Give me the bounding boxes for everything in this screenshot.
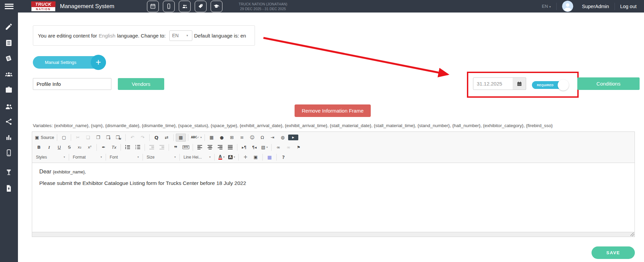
toolbar-copy-formatting-button[interactable]: ✒ bbox=[99, 143, 108, 151]
save-button[interactable]: SAVE bbox=[592, 246, 635, 259]
date-picker-button[interactable] bbox=[513, 77, 526, 90]
sidebar-item-edit[interactable] bbox=[5, 23, 13, 31]
toolbar-remove-format-button[interactable]: Tx bbox=[109, 143, 119, 151]
toolbar-align-left-button[interactable] bbox=[195, 143, 205, 151]
toolbar-bidi-ltr-button[interactable]: ▸¶ bbox=[239, 143, 249, 151]
user-menu[interactable]: SuperAdmin bbox=[582, 4, 609, 9]
editor-resize-handle[interactable] bbox=[630, 233, 634, 236]
pencil-icon bbox=[5, 23, 13, 31]
toolbar-youtube-button[interactable]: ▶ bbox=[288, 135, 298, 140]
sidebar-item-upload[interactable] bbox=[5, 184, 13, 192]
toolbar-bullet-list-button[interactable] bbox=[133, 143, 143, 151]
toolbar-table-button[interactable]: ⊞ bbox=[227, 134, 237, 142]
toolbar-maximize-button[interactable]: ✛ bbox=[241, 153, 250, 161]
toolbar-flash-button[interactable]: ● bbox=[217, 134, 227, 142]
toolbar-cut-button[interactable]: ✂ bbox=[73, 134, 83, 142]
toolbar-replace-button[interactable]: ⇄ bbox=[162, 134, 171, 142]
toolbar-bidi-rtl-button[interactable]: ¶◂ bbox=[250, 143, 259, 151]
toolbar-about-button[interactable]: ? bbox=[279, 153, 288, 161]
tag-nav-button[interactable] bbox=[195, 1, 207, 12]
sidebar-item-stand[interactable] bbox=[5, 168, 13, 176]
avatar[interactable] bbox=[562, 1, 573, 12]
toolbar-new-page-button[interactable]: ▢ bbox=[59, 134, 69, 142]
mobile-icon bbox=[166, 3, 172, 9]
toolbar-font-select[interactable]: Font▾ bbox=[108, 153, 141, 161]
toolbar-align-justify-button[interactable] bbox=[226, 143, 235, 151]
toolbar-align-right-button[interactable] bbox=[215, 143, 225, 151]
toolbar-paste-text-button[interactable]: ❐T bbox=[104, 134, 113, 142]
toolbar-bg-color-button[interactable]: A▾ bbox=[227, 153, 236, 161]
toolbar-link-button[interactable]: ∞ bbox=[274, 143, 283, 151]
toolbar-outdent-button[interactable] bbox=[147, 143, 156, 151]
toolbar-separator bbox=[238, 154, 239, 161]
calendar-icon bbox=[150, 3, 156, 9]
list-icon bbox=[5, 39, 13, 47]
toolbar-blockquote-button[interactable]: ❞ bbox=[171, 143, 180, 151]
toolbar-text-color-button[interactable]: A▾ bbox=[217, 153, 226, 161]
toolbar-find-button[interactable]: Q bbox=[152, 134, 161, 142]
toolbar-div-container-button[interactable]: DIV bbox=[181, 143, 191, 151]
toolbar-show-blocks-button[interactable]: ▣ bbox=[251, 153, 260, 161]
toolbar-bold-button[interactable]: B bbox=[34, 143, 44, 151]
toolbar-unlink-button[interactable]: ∞ bbox=[284, 143, 293, 151]
toolbar-format-select[interactable]: Format▾ bbox=[71, 153, 104, 161]
toolbar-line-height-select[interactable]: Line Hei...▾ bbox=[182, 153, 212, 161]
toolbar-paste-button[interactable]: ❐ bbox=[93, 134, 103, 142]
toolbar-redo-button[interactable]: ↷ bbox=[138, 134, 147, 142]
toolbar-separator bbox=[169, 144, 169, 151]
toolbar-size-select[interactable]: Size▾ bbox=[145, 153, 177, 161]
sidebar-item-stats[interactable] bbox=[5, 133, 13, 141]
toolbar-align-center-button[interactable] bbox=[205, 143, 215, 151]
hamburger-menu-icon[interactable] bbox=[5, 4, 14, 9]
notice-language-word: English bbox=[99, 33, 115, 39]
toolbar-select-all-button[interactable]: ▩ bbox=[176, 134, 186, 142]
deadline-date-input[interactable] bbox=[473, 77, 513, 90]
toolbar-iframe-button[interactable]: ◍ bbox=[278, 134, 287, 142]
toolbar-grid-button[interactable]: ▦ bbox=[265, 153, 274, 161]
calendar-nav-button[interactable] bbox=[147, 1, 159, 12]
vendors-button[interactable]: Vendors bbox=[118, 78, 164, 90]
toolbar-underline-button[interactable]: U bbox=[55, 143, 64, 151]
education-nav-button[interactable] bbox=[211, 1, 222, 12]
conditions-button[interactable]: Conditions bbox=[577, 77, 640, 90]
toolbar-source-button[interactable]: ▣Source bbox=[34, 134, 55, 142]
toolbar-strike-button[interactable]: S bbox=[65, 143, 74, 151]
toolbar-special-char-button[interactable]: Ω bbox=[258, 134, 267, 142]
language-dropdown[interactable]: EN▾ bbox=[542, 4, 551, 9]
sidebar-item-mobile[interactable] bbox=[5, 149, 13, 157]
toolbar-anchor-button[interactable]: ⚑ bbox=[294, 143, 303, 151]
toolbar-subscript-button[interactable]: x₂ bbox=[75, 143, 84, 151]
notice-language-select[interactable]: EN ▾ bbox=[169, 30, 192, 41]
toolbar-undo-button[interactable]: ↶ bbox=[128, 134, 137, 142]
sidebar-item-share[interactable] bbox=[5, 118, 13, 126]
toolbar-paste-word-button[interactable]: ❐W bbox=[114, 134, 123, 142]
toolbar-image-button[interactable]: ▦ bbox=[207, 134, 216, 142]
mobile-nav-button[interactable] bbox=[163, 1, 175, 12]
add-manual-setting-button[interactable]: + bbox=[91, 55, 106, 70]
required-toggle[interactable]: REQUIRED bbox=[532, 81, 566, 89]
sidebar-item-tags[interactable] bbox=[5, 54, 13, 63]
sidebar-item-users[interactable] bbox=[5, 102, 13, 111]
form-name-input[interactable] bbox=[33, 78, 111, 90]
toolbar-spellcheck-button[interactable]: ABC✓▾ bbox=[190, 134, 202, 142]
editor-content[interactable]: Dear {exhibitor_name}, Please submit the… bbox=[32, 163, 635, 232]
logout-button[interactable]: Log out bbox=[620, 4, 637, 9]
toolbar-indent-button[interactable] bbox=[157, 143, 167, 151]
sidebar-item-forms[interactable] bbox=[5, 39, 13, 47]
toolbar-styles-select[interactable]: Styles▾ bbox=[34, 153, 67, 161]
toolbar-smiley-button[interactable]: ☺ bbox=[248, 134, 257, 142]
toolbar-copy-button[interactable]: ❏ bbox=[83, 134, 93, 142]
toolbar-italic-button[interactable]: I bbox=[44, 143, 54, 151]
users-nav-button[interactable] bbox=[179, 1, 191, 12]
toolbar-ordered-list-button[interactable] bbox=[123, 143, 132, 151]
toolbar-horizontal-rule-button[interactable]: ≡ bbox=[237, 134, 247, 142]
remove-information-frame-button[interactable]: Remove Information Frame bbox=[295, 104, 371, 117]
sidebar-item-group[interactable] bbox=[5, 70, 13, 78]
toolbar-language-button[interactable]: ▧▾ bbox=[260, 143, 269, 151]
toolbar-superscript-button[interactable]: x² bbox=[85, 143, 94, 151]
management-system-app: TRUCK NATION Management System TRUCK NAT… bbox=[0, 0, 644, 262]
toolbar-page-break-button[interactable]: ⇥ bbox=[268, 134, 277, 142]
truck-nation-logo[interactable]: TRUCK NATION bbox=[31, 1, 56, 11]
file-upload-icon bbox=[5, 184, 13, 192]
sidebar-item-briefcase[interactable] bbox=[5, 86, 13, 94]
